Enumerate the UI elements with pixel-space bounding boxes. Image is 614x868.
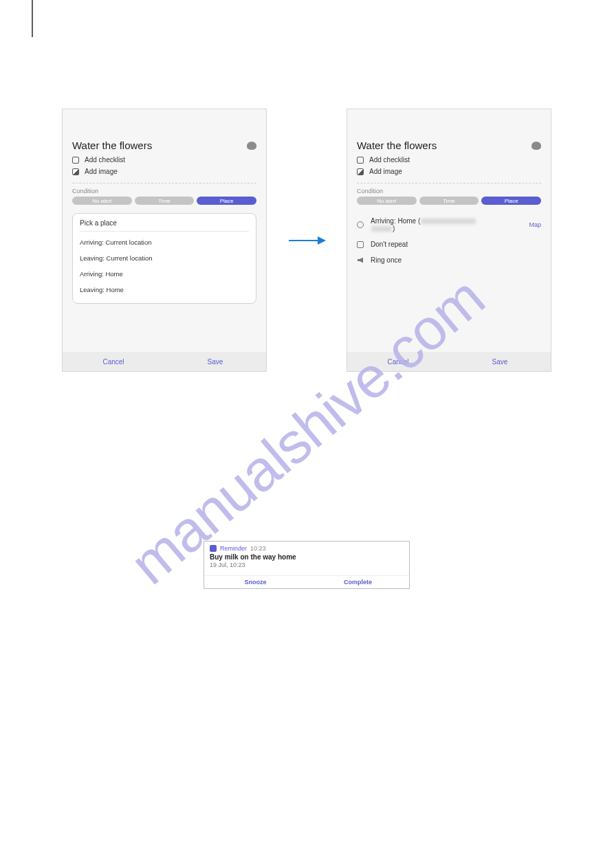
voice-input-icon[interactable] — [247, 142, 256, 150]
dropdown-item[interactable]: Arriving: Home — [80, 266, 249, 282]
add-checklist-row[interactable]: Add checklist — [347, 154, 551, 166]
dropdown-header[interactable]: Pick a place — [80, 219, 249, 232]
image-icon — [72, 168, 79, 175]
seg-place[interactable]: Place — [197, 197, 256, 205]
save-button[interactable]: Save — [164, 352, 266, 371]
dropdown-item[interactable]: Leaving: Current location — [80, 250, 249, 266]
cancel-button[interactable]: Cancel — [63, 352, 164, 371]
add-checklist-label: Add checklist — [369, 156, 410, 164]
dropdown-item[interactable]: Arriving: Current location — [80, 234, 249, 250]
image-icon — [357, 168, 364, 175]
notification-subtitle: 19 Jul, 10:23 — [204, 561, 409, 568]
speaker-icon — [358, 258, 363, 263]
reminder-app-icon — [210, 545, 217, 552]
seg-noalert[interactable]: No alert — [357, 197, 417, 205]
reminder-title[interactable]: Water the flowers — [72, 140, 152, 151]
seg-time[interactable]: Time — [135, 197, 195, 205]
ring-row[interactable]: Ring once — [357, 252, 541, 268]
footer: Cancel Save — [347, 352, 551, 371]
save-button[interactable]: Save — [449, 352, 551, 371]
location-text: Arriving: Home ( ) — [371, 217, 529, 232]
place-settings: Arriving: Home ( ) Map Don't repeat Ring… — [347, 209, 551, 268]
notification-time: 10:23 — [250, 545, 266, 552]
add-image-row[interactable]: Add image — [63, 166, 266, 177]
reminder-title[interactable]: Water the flowers — [357, 140, 437, 151]
arrow-icon — [287, 234, 326, 247]
location-row[interactable]: Arriving: Home ( ) Map — [357, 213, 541, 236]
ring-text: Ring once — [371, 256, 541, 264]
svg-marker-1 — [318, 236, 326, 245]
repeat-icon — [357, 241, 364, 248]
bell-icon — [357, 221, 364, 228]
cancel-button[interactable]: Cancel — [347, 352, 449, 371]
page-margin-bar — [32, 0, 33, 37]
footer: Cancel Save — [63, 352, 266, 371]
seg-place[interactable]: Place — [481, 197, 541, 205]
add-checklist-row[interactable]: Add checklist — [63, 154, 266, 166]
seg-time[interactable]: Time — [419, 197, 479, 205]
notification-title: Buy milk on the way home — [204, 553, 409, 561]
condition-label: Condition — [347, 183, 551, 197]
notification-card: Reminder 10:23 Buy milk on the way home … — [204, 541, 410, 589]
add-checklist-label: Add checklist — [85, 156, 125, 164]
notification-actions: Snooze Complete — [204, 575, 409, 588]
add-image-label: Add image — [85, 168, 118, 175]
seg-noalert[interactable]: No alert — [72, 197, 132, 205]
repeat-text: Don't repeat — [371, 241, 541, 248]
checklist-icon — [357, 157, 364, 164]
repeat-row[interactable]: Don't repeat — [357, 236, 541, 252]
phone-screen-right: Water the flowers Add checklist Add imag… — [347, 109, 551, 372]
place-dropdown: Pick a place Arriving: Current location … — [72, 213, 256, 304]
checklist-icon — [72, 157, 79, 164]
condition-segments: No alert Time Place — [63, 197, 266, 209]
add-image-label: Add image — [369, 168, 402, 175]
dropdown-item[interactable]: Leaving: Home — [80, 282, 249, 298]
add-image-row[interactable]: Add image — [347, 166, 551, 177]
condition-segments: No alert Time Place — [347, 197, 551, 209]
complete-button[interactable]: Complete — [307, 576, 409, 588]
voice-input-icon[interactable] — [531, 142, 541, 150]
phone-screen-left: Water the flowers Add checklist Add imag… — [62, 109, 267, 372]
notification-app-name: Reminder — [220, 545, 247, 552]
snooze-button[interactable]: Snooze — [204, 576, 307, 588]
map-link[interactable]: Map — [529, 221, 541, 228]
condition-label: Condition — [63, 183, 266, 197]
